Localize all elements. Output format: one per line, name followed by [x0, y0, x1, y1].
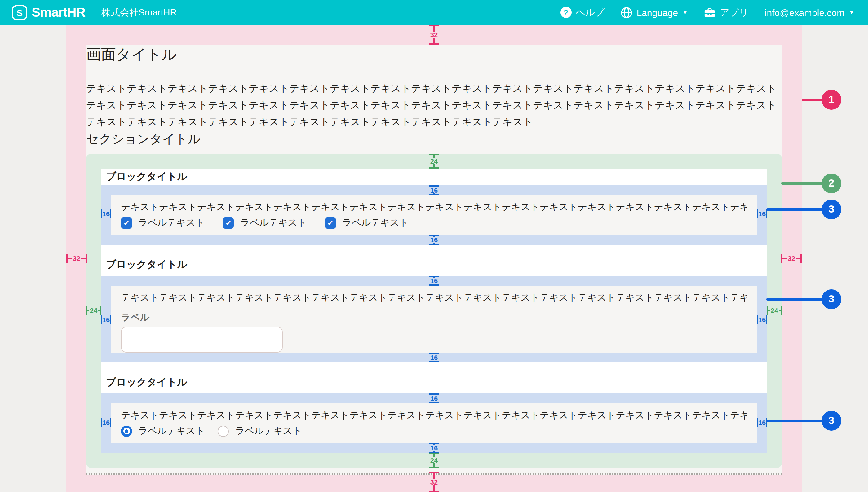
- measure-32-top: 32: [428, 25, 440, 45]
- account-menu-item[interactable]: info@example.com ▼: [765, 7, 854, 18]
- measure-16-right: 16: [757, 209, 767, 219]
- block-text: テキストテキストテキストテキストテキストテキストテキストテキストテキストテキスト…: [121, 408, 747, 421]
- page-content: 画面タイトル テキストテキストテキストテキストテキストテキストテキストテキストテ…: [86, 45, 782, 475]
- page-margin-frame: 32 32 32 32 画面タイトル テキストテキストテキストテキストテキストテ…: [66, 25, 802, 492]
- measure-24-bottom: 24: [428, 453, 440, 468]
- annotation-badge-3: 3: [821, 411, 841, 430]
- form-section: 24 24 24 24 ブロックタイトル: [86, 154, 782, 468]
- checkbox-option[interactable]: ✔ ラベルテキスト: [325, 217, 409, 229]
- checkbox-checked-icon[interactable]: ✔: [223, 217, 234, 228]
- smarthr-logo[interactable]: S SmartHR: [12, 5, 85, 20]
- checkbox-option[interactable]: ✔ ラベルテキスト: [121, 217, 205, 229]
- section-title: セクションタイトル: [86, 130, 782, 147]
- radio-label: ラベルテキスト: [138, 425, 205, 437]
- block-title: ブロックタイトル: [101, 169, 767, 185]
- measure-16-bottom: 16: [428, 352, 440, 363]
- checkbox-option[interactable]: ✔ ラベルテキスト: [223, 217, 307, 229]
- language-label: Language: [636, 7, 678, 18]
- annotation-badge-3: 3: [821, 199, 841, 219]
- globe-icon: [620, 6, 632, 18]
- checkbox-checked-icon[interactable]: ✔: [325, 217, 336, 228]
- radio-group: ラベルテキスト ラベルテキスト: [121, 425, 747, 437]
- text-input[interactable]: [121, 326, 283, 352]
- measure-32-right: 32: [781, 253, 802, 263]
- block-content: テキストテキストテキストテキストテキストテキストテキストテキストテキストテキスト…: [111, 195, 757, 235]
- measure-32-left: 32: [66, 253, 87, 263]
- company-name: 株式会社SmartHR: [101, 6, 177, 18]
- measure-16-top: 16: [428, 276, 440, 286]
- design-spec-canvas: S SmartHR 株式会社SmartHR ? ヘルプ Language ▼ ア…: [0, 0, 868, 492]
- measure-16-bottom: 16: [428, 443, 440, 453]
- measure-16-right: 16: [757, 315, 767, 325]
- apps-menu-item[interactable]: アプリ: [704, 6, 749, 18]
- apps-label: アプリ: [720, 6, 749, 18]
- radio-label: ラベルテキスト: [235, 425, 302, 437]
- chevron-down-icon: ▼: [849, 9, 854, 15]
- page-title: 画面タイトル: [86, 45, 782, 65]
- page-description: テキストテキストテキストテキストテキストテキストテキストテキストテキストテキスト…: [86, 80, 782, 130]
- block-title: ブロックタイトル: [101, 363, 767, 393]
- measure-16-top: 16: [428, 185, 440, 195]
- block-title: ブロックタイトル: [101, 245, 767, 276]
- block-text: テキストテキストテキストテキストテキストテキストテキストテキストテキストテキスト…: [121, 200, 747, 213]
- measure-16-left: 16: [101, 418, 111, 427]
- checkbox-checked-icon[interactable]: ✔: [121, 217, 132, 228]
- checkbox-label: ラベルテキスト: [240, 217, 307, 229]
- block-padding-area: 16 16 16 16 テキストテキストテキストテキストテキストテキストテキスト: [101, 185, 767, 245]
- annotation-badge-3: 3: [821, 289, 841, 309]
- help-icon: ?: [560, 7, 571, 18]
- checkbox-group: ✔ ラベルテキスト ✔ ラベルテキスト ✔ ラベルテキスト: [121, 217, 747, 229]
- measure-24-left: 24: [86, 305, 101, 315]
- help-label: ヘルプ: [576, 6, 604, 18]
- radio-unselected-icon[interactable]: [218, 425, 229, 437]
- language-menu-item[interactable]: Language ▼: [620, 6, 688, 18]
- block-padding-area: 16 16 16 16 テキストテキストテキストテキストテキストテキストテキスト: [101, 276, 767, 363]
- chevron-down-icon: ▼: [682, 9, 688, 15]
- toolbox-icon: [704, 6, 716, 18]
- annotation-badge-1: 1: [821, 90, 841, 110]
- measure-32-bottom: 32: [428, 472, 440, 492]
- block-content: テキストテキストテキストテキストテキストテキストテキストテキストテキストテキスト…: [111, 403, 757, 443]
- measure-16-left: 16: [101, 209, 111, 219]
- account-email: info@example.com: [765, 7, 844, 18]
- measure-24-top: 24: [428, 154, 440, 169]
- checkbox-label: ラベルテキスト: [342, 217, 409, 229]
- radio-selected-icon[interactable]: [121, 425, 132, 437]
- app-header: S SmartHR 株式会社SmartHR ? ヘルプ Language ▼ ア…: [0, 0, 868, 25]
- radio-option-selected[interactable]: ラベルテキスト: [121, 425, 205, 437]
- measure-16-top: 16: [428, 393, 440, 403]
- measure-16-bottom: 16: [428, 235, 440, 245]
- measure-24-right: 24: [767, 305, 782, 315]
- block-text: テキストテキストテキストテキストテキストテキストテキストテキストテキストテキスト…: [121, 291, 747, 304]
- block-padding-area: 16 16 16 16 テキストテキストテキストテキストテキストテキストテキスト: [101, 393, 767, 453]
- smarthr-logo-text: SmartHR: [32, 5, 85, 20]
- measure-16-left: 16: [101, 315, 111, 325]
- smarthr-logo-icon: S: [12, 5, 27, 20]
- header-nav: ? ヘルプ Language ▼ アプリ info@example.com ▼: [560, 6, 854, 18]
- radio-option-unselected[interactable]: ラベルテキスト: [218, 425, 302, 437]
- block-content: テキストテキストテキストテキストテキストテキストテキストテキストテキストテキスト…: [111, 286, 757, 352]
- field-label: ラベル: [121, 312, 747, 322]
- form-card: ブロックタイトル 16 16 16 16: [101, 169, 767, 453]
- help-menu-item[interactable]: ? ヘルプ: [560, 6, 604, 18]
- measure-16-right: 16: [757, 418, 767, 427]
- checkbox-label: ラベルテキスト: [138, 217, 205, 229]
- annotation-badge-2: 2: [821, 173, 841, 193]
